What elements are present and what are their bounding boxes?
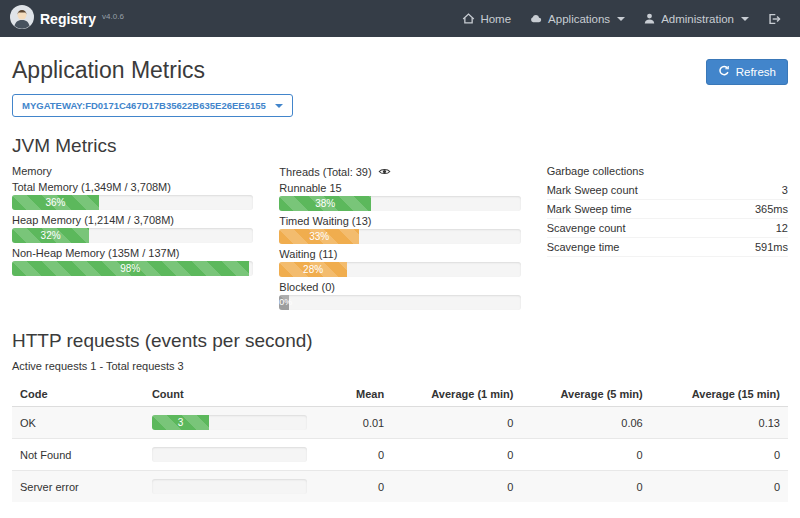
memory-title: Memory bbox=[12, 165, 253, 177]
nonheap-memory-progress: 98% bbox=[12, 261, 253, 276]
table-row: OK 3 0.01 0 0.06 0.13 bbox=[12, 407, 788, 439]
avg1-cell: 0 bbox=[392, 471, 521, 503]
navbar-menu: Home Applications Administration bbox=[453, 0, 790, 37]
brand-link[interactable]: Registry v4.0.6 bbox=[10, 5, 124, 33]
avg5-cell: 0.06 bbox=[521, 407, 650, 439]
instance-selector-value: MYGATEWAY:FD0171C467D17B35622B635E26EE61… bbox=[22, 100, 266, 111]
brand-name: Registry bbox=[40, 11, 96, 27]
metrics-page: Application Metrics Refresh MYGATEWAY:FD… bbox=[0, 37, 800, 518]
chevron-down-icon bbox=[617, 17, 625, 21]
column-header: Count bbox=[144, 382, 315, 407]
column-header: Code bbox=[12, 382, 144, 407]
nav-home[interactable]: Home bbox=[453, 0, 520, 37]
column-header: Average (15 min) bbox=[651, 382, 788, 407]
mean-cell: 0 bbox=[315, 471, 393, 503]
gc-value: 365ms bbox=[755, 203, 788, 215]
progress-bar: 0% bbox=[279, 295, 289, 310]
progress-bar: 28% bbox=[279, 262, 347, 277]
column-header: Mean bbox=[315, 382, 393, 407]
code-cell: Server error bbox=[12, 471, 144, 503]
table-header-row: Code Count Mean Average (1 min) Average … bbox=[12, 382, 788, 407]
jvm-metrics-title: JVM Metrics bbox=[12, 135, 788, 157]
http-requests-table: Code Count Mean Average (1 min) Average … bbox=[12, 382, 788, 502]
count-cell bbox=[144, 439, 315, 471]
gc-title: Garbage collections bbox=[547, 165, 788, 177]
refresh-icon bbox=[718, 65, 730, 79]
nav-administration-label: Administration bbox=[661, 13, 734, 25]
waiting-label: Waiting (11) bbox=[279, 248, 520, 260]
count-progress bbox=[152, 447, 307, 462]
table-row: Server error 0 0 0 0 bbox=[12, 471, 788, 503]
heap-memory-label: Heap Memory (1,214M / 3,708M) bbox=[12, 214, 253, 226]
chevron-down-icon bbox=[275, 104, 283, 108]
progress-bar: 36% bbox=[12, 195, 99, 210]
gc-label: Scavenge time bbox=[547, 241, 620, 253]
heap-memory-progress: 32% bbox=[12, 228, 253, 243]
count-progress: 3 bbox=[152, 415, 307, 430]
avg1-cell: 0 bbox=[392, 407, 521, 439]
gc-value: 591ms bbox=[755, 241, 788, 253]
avg15-cell: 0 bbox=[651, 471, 788, 503]
eye-icon[interactable] bbox=[378, 165, 391, 178]
jvm-metrics-grid: Memory Total Memory (1,349M / 3,708M) 36… bbox=[12, 165, 788, 314]
nonheap-memory-label: Non-Heap Memory (135M / 137M) bbox=[12, 247, 253, 259]
code-cell: OK bbox=[12, 407, 144, 439]
avg5-cell: 0 bbox=[521, 439, 650, 471]
gc-label: Mark Sweep count bbox=[547, 184, 638, 196]
cloud-icon bbox=[529, 12, 543, 25]
avg1-cell: 0 bbox=[392, 439, 521, 471]
home-icon bbox=[462, 12, 475, 25]
code-cell: Not Found bbox=[12, 439, 144, 471]
gc-value: 12 bbox=[776, 222, 788, 234]
page-title: Application Metrics bbox=[12, 57, 205, 84]
gc-column: Garbage collections Mark Sweep count 3 M… bbox=[547, 165, 788, 314]
avg5-cell: 0 bbox=[521, 471, 650, 503]
progress-bar: 33% bbox=[279, 229, 359, 244]
refresh-label: Refresh bbox=[736, 66, 776, 78]
runnable-label: Runnable 15 bbox=[279, 182, 520, 194]
gc-row: Scavenge count 12 bbox=[547, 219, 788, 238]
registry-logo-icon bbox=[10, 5, 34, 33]
blocked-progress: 0% bbox=[279, 295, 520, 310]
total-memory-progress: 36% bbox=[12, 195, 253, 210]
gc-row: Scavenge time 591ms bbox=[547, 238, 788, 257]
column-header: Average (1 min) bbox=[392, 382, 521, 407]
gc-label: Scavenge count bbox=[547, 222, 626, 234]
table-row: Not Found 0 0 0 0 bbox=[12, 439, 788, 471]
timed-waiting-progress: 33% bbox=[279, 229, 520, 244]
navbar: Registry v4.0.6 Home Applications bbox=[0, 0, 800, 37]
http-requests-subtitle: Active requests 1 - Total requests 3 bbox=[12, 360, 788, 372]
instance-selector[interactable]: MYGATEWAY:FD0171C467D17B35622B635E26EE61… bbox=[12, 94, 293, 117]
progress-bar: 32% bbox=[12, 228, 89, 243]
waiting-progress: 28% bbox=[279, 262, 520, 277]
http-requests-title: HTTP requests (events per second) bbox=[12, 330, 788, 352]
avg15-cell: 0 bbox=[651, 439, 788, 471]
mean-cell: 0.01 bbox=[315, 407, 393, 439]
count-progress bbox=[152, 479, 307, 494]
gc-row: Mark Sweep count 3 bbox=[547, 181, 788, 200]
chevron-down-icon bbox=[741, 17, 749, 21]
mean-cell: 0 bbox=[315, 439, 393, 471]
gc-label: Mark Sweep time bbox=[547, 203, 632, 215]
threads-column: Threads (Total: 39) Runnable 15 38% Time… bbox=[279, 165, 520, 314]
brand-version: v4.0.6 bbox=[102, 12, 124, 21]
avg15-cell: 0.13 bbox=[651, 407, 788, 439]
sign-out-icon bbox=[767, 12, 781, 26]
nav-logout[interactable] bbox=[758, 0, 790, 37]
nav-applications[interactable]: Applications bbox=[520, 0, 634, 37]
blocked-label: Blocked (0) bbox=[279, 281, 520, 293]
nav-applications-label: Applications bbox=[548, 13, 610, 25]
column-header: Average (5 min) bbox=[521, 382, 650, 407]
user-icon bbox=[643, 12, 656, 25]
count-cell bbox=[144, 471, 315, 503]
timed-waiting-label: Timed Waiting (13) bbox=[279, 215, 520, 227]
nav-administration[interactable]: Administration bbox=[634, 0, 758, 37]
nav-home-label: Home bbox=[480, 13, 511, 25]
refresh-button[interactable]: Refresh bbox=[706, 59, 788, 85]
total-memory-label: Total Memory (1,349M / 3,708M) bbox=[12, 181, 253, 193]
gc-row: Mark Sweep time 365ms bbox=[547, 200, 788, 219]
memory-column: Memory Total Memory (1,349M / 3,708M) 36… bbox=[12, 165, 253, 314]
runnable-progress: 38% bbox=[279, 196, 520, 211]
gc-value: 3 bbox=[782, 184, 788, 196]
count-cell: 3 bbox=[144, 407, 315, 439]
